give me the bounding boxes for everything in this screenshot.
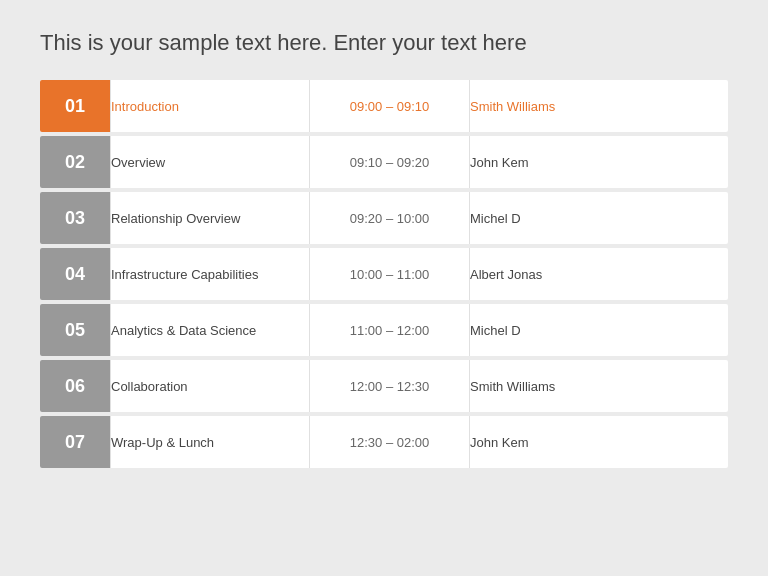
row-topic: Analytics & Data Science [110,304,310,356]
table-row: 03 Relationship Overview 09:20 – 10:00 M… [40,192,728,244]
row-time: 12:00 – 12:30 [310,360,470,412]
row-number: 03 [40,192,110,244]
page-title: This is your sample text here. Enter you… [40,30,527,56]
table-row: 04 Infrastructure Capabilities 10:00 – 1… [40,248,728,300]
row-speaker: Albert Jonas [470,248,728,300]
table-row: 06 Collaboration 12:00 – 12:30 Smith Wil… [40,360,728,412]
row-topic: Infrastructure Capabilities [110,248,310,300]
row-time: 09:10 – 09:20 [310,136,470,188]
row-number: 07 [40,416,110,468]
row-speaker: Michel D [470,304,728,356]
schedule-table: 01 Introduction 09:00 – 09:10 Smith Will… [40,76,728,472]
row-time: 09:20 – 10:00 [310,192,470,244]
table-row: 05 Analytics & Data Science 11:00 – 12:0… [40,304,728,356]
row-topic: Collaboration [110,360,310,412]
row-number: 01 [40,80,110,132]
row-speaker: Smith Williams [470,360,728,412]
row-time: 10:00 – 11:00 [310,248,470,300]
row-topic: Overview [110,136,310,188]
row-speaker: Michel D [470,192,728,244]
row-time: 09:00 – 09:10 [310,80,470,132]
row-number: 06 [40,360,110,412]
table-row: 07 Wrap-Up & Lunch 12:30 – 02:00 John Ke… [40,416,728,468]
row-time: 12:30 – 02:00 [310,416,470,468]
row-speaker: Smith Williams [470,80,728,132]
row-topic: Relationship Overview [110,192,310,244]
row-time: 11:00 – 12:00 [310,304,470,356]
row-number: 02 [40,136,110,188]
table-row: 02 Overview 09:10 – 09:20 John Kem [40,136,728,188]
row-topic: Introduction [110,80,310,132]
row-speaker: John Kem [470,136,728,188]
row-topic: Wrap-Up & Lunch [110,416,310,468]
row-number: 05 [40,304,110,356]
row-speaker: John Kem [470,416,728,468]
table-row: 01 Introduction 09:00 – 09:10 Smith Will… [40,80,728,132]
row-number: 04 [40,248,110,300]
